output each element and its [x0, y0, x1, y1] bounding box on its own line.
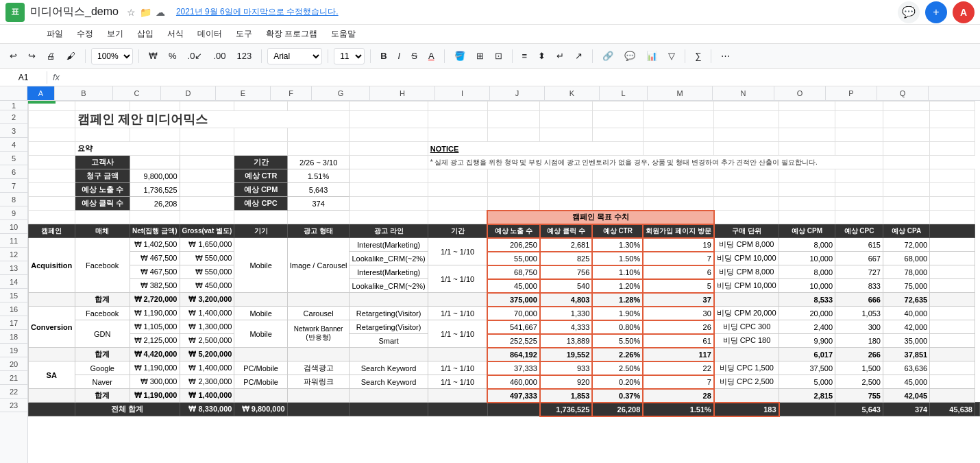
cell-G19[interactable]	[350, 348, 428, 361]
cell-D1[interactable]	[180, 102, 234, 111]
cell-N4[interactable]	[779, 142, 835, 156]
cell-B15[interactable]: 합계	[75, 293, 130, 307]
cell-J16[interactable]: 1,330	[540, 307, 593, 320]
cell-F16[interactable]: Carousel	[287, 307, 350, 320]
text-color-button[interactable]: A	[424, 49, 439, 62]
cell-L17[interactable]: 26	[643, 320, 714, 334]
cell-N21[interactable]: 5,000	[779, 375, 835, 389]
cell-Q8[interactable]	[930, 197, 975, 211]
cell-N19[interactable]: 6,017	[779, 348, 835, 361]
cell-Q10[interactable]	[930, 224, 975, 238]
rotate-button[interactable]: ↗	[571, 49, 587, 62]
cell-K14[interactable]: 1.20%	[592, 279, 643, 293]
cell-O18[interactable]: 180	[835, 334, 883, 348]
col-header-A[interactable]: A	[27, 86, 55, 100]
cell-C17[interactable]: ₩ 1,105,000	[130, 320, 180, 334]
print-button[interactable]: 🖨	[42, 49, 60, 62]
cell-F9[interactable]	[287, 211, 350, 224]
cell-B4[interactable]: 요약	[75, 142, 180, 156]
cell-D17[interactable]: ₩ 1,300,000	[180, 320, 234, 334]
cell-C7[interactable]: 1,736,525	[130, 183, 180, 197]
row-header-17[interactable]: 17	[0, 316, 27, 330]
cell-D16[interactable]: ₩ 1,400,000	[180, 307, 234, 320]
cell-M18[interactable]: 비딩 CPC 180	[714, 334, 779, 348]
cell-G21[interactable]: Search Keyword	[350, 375, 428, 389]
cell-C23[interactable]: ₩ 8,330,000	[180, 403, 234, 416]
cell-A10[interactable]: 캠페인	[29, 224, 75, 238]
cell-D5[interactable]	[180, 156, 234, 169]
cell-H3[interactable]	[428, 128, 487, 142]
row-header-20[interactable]: 20	[0, 357, 27, 371]
cell-M10[interactable]: 구매 단위	[714, 224, 779, 238]
cell-D14[interactable]: ₩ 450,000	[180, 279, 234, 293]
cell-Q16[interactable]	[930, 307, 975, 320]
cell-F5[interactable]: 2/26 ~ 3/10	[287, 156, 350, 169]
cell-J20[interactable]: 933	[540, 361, 593, 375]
bold-button[interactable]: B	[376, 49, 391, 62]
cell-P18[interactable]: 35,000	[883, 334, 929, 348]
row-header-4[interactable]: 4	[0, 138, 27, 152]
cell-N22[interactable]: 2,815	[779, 389, 835, 403]
cell-J18[interactable]: 13,889	[540, 334, 593, 348]
menu-help[interactable]: 도움말	[326, 27, 361, 41]
cell-B5[interactable]: 고객사	[75, 156, 130, 169]
cell-L18[interactable]: 61	[643, 334, 714, 348]
cell-O3[interactable]	[835, 128, 883, 142]
formula-button[interactable]: ∑	[691, 49, 705, 62]
cell-O6[interactable]	[835, 169, 883, 183]
cell-N2[interactable]	[779, 111, 835, 128]
cell-O1[interactable]	[835, 102, 883, 111]
cell-C10[interactable]: Net(집행 금액)	[130, 224, 180, 238]
cell-A7[interactable]	[29, 183, 75, 197]
cell-C8[interactable]: 26,208	[130, 197, 180, 211]
cell-J11[interactable]: 2,681	[540, 238, 593, 252]
cell-M13[interactable]: 비딩 CPM 8,000	[714, 265, 779, 279]
cell-N16[interactable]: 20,000	[779, 307, 835, 320]
cell-Q12[interactable]	[930, 252, 975, 265]
cell-Q5[interactable]	[883, 156, 929, 169]
row-header-11[interactable]: 11	[0, 234, 27, 248]
cell-E11-mobile[interactable]: Mobile	[234, 238, 287, 293]
cell-P8[interactable]	[883, 197, 929, 211]
menu-view[interactable]: 보기	[101, 27, 129, 41]
cell-Q7[interactable]	[930, 183, 975, 197]
cell-H19[interactable]	[428, 348, 487, 361]
row-header-18[interactable]: 18	[0, 330, 27, 344]
cell-L8[interactable]	[643, 197, 714, 211]
cell-O21[interactable]: 2,500	[835, 375, 883, 389]
cell-K3[interactable]	[592, 128, 643, 142]
cell-reference-input[interactable]	[3, 73, 44, 82]
cell-C12[interactable]: ₩ 467,500	[130, 252, 180, 265]
cell-Q4[interactable]	[930, 142, 975, 156]
row-header-1[interactable]: 1	[0, 101, 27, 110]
cell-M6[interactable]	[714, 169, 779, 183]
cell-D8[interactable]	[180, 197, 234, 211]
cell-E16[interactable]: Mobile	[234, 307, 287, 320]
cell-H21[interactable]: 1/1 ~ 1/10	[428, 375, 487, 389]
cell-G17[interactable]: Retargeting(Visitor)	[350, 320, 428, 334]
cell-O4[interactable]	[835, 142, 883, 156]
cell-G9[interactable]	[350, 211, 428, 224]
cell-N12[interactable]: 10,000	[779, 252, 835, 265]
cell-B1[interactable]	[75, 102, 130, 111]
cell-A20-sa[interactable]: SA	[29, 361, 75, 389]
row-header-5[interactable]: 5	[0, 152, 27, 165]
cell-C19[interactable]: ₩ 4,420,000	[130, 348, 180, 361]
cell-A19[interactable]	[29, 348, 75, 361]
col-header-Q[interactable]: Q	[877, 86, 929, 100]
cell-M7[interactable]	[714, 183, 779, 197]
cell-J3[interactable]	[540, 128, 593, 142]
col-header-F[interactable]: F	[271, 86, 312, 100]
cell-K21[interactable]: 0.20%	[592, 375, 643, 389]
borders-button[interactable]: ⊞	[472, 49, 488, 62]
cell-F7[interactable]: 5,643	[287, 183, 350, 197]
cell-J14[interactable]: 540	[540, 279, 593, 293]
cell-D3[interactable]	[180, 128, 234, 142]
cell-O20[interactable]: 1,500	[835, 361, 883, 375]
zoom-select[interactable]: 100%	[91, 48, 133, 64]
cell-Q17[interactable]	[930, 320, 975, 334]
cell-A3[interactable]	[29, 128, 75, 142]
cell-G2[interactable]	[350, 111, 428, 128]
cell-M23[interactable]	[779, 403, 835, 416]
col-header-M[interactable]: M	[648, 86, 713, 100]
